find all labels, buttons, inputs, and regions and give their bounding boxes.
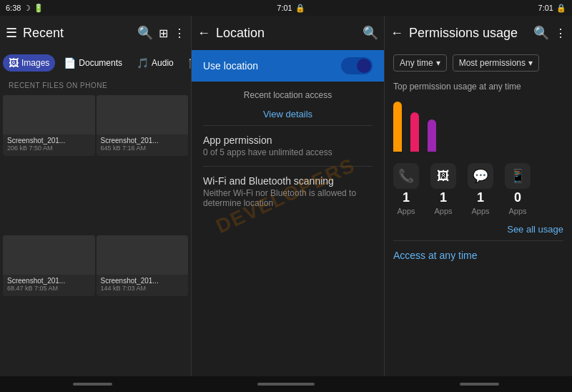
perm-icon-gallery: 🖼 1 Apps — [430, 163, 456, 215]
filter-time-label: Any time — [400, 58, 433, 68]
use-location-label: Use location — [203, 60, 258, 72]
app-permission-title: App permission — [203, 134, 373, 146]
recent-title: Recent — [23, 26, 132, 41]
use-location-row[interactable]: Use location — [192, 50, 384, 82]
fmeta-4: 144 kB 7:03 AM — [101, 285, 184, 292]
recent-toolbar: ☰ Recent 🔍 ⊞ ⋮ — [0, 16, 191, 50]
tab-images[interactable]: 🖼 Images — [3, 54, 55, 72]
file-thumb-2[interactable]: Screenshot_201... 645 kB 7:16 AM — [97, 95, 189, 156]
images-tab-icon: 🖼 — [9, 57, 19, 69]
fname-2: Screenshot_201... — [101, 137, 184, 144]
menu-icon[interactable]: ☰ — [6, 25, 17, 41]
location-toggle[interactable] — [341, 57, 373, 74]
status-right: 7:01 🔒 — [538, 4, 566, 13]
nav-back-button[interactable] — [73, 383, 112, 386]
app-permission-sub: 0 of 5 apps have unlimited access — [203, 147, 373, 157]
wifi-sub: Neither Wi-Fi nor Bluetooth is allowed t… — [203, 188, 373, 208]
lock-right-icon: 🔒 — [556, 4, 566, 13]
time-right: 7:01 — [538, 4, 553, 12]
perm-label-4: Apps — [508, 207, 526, 215]
bar-item-1 — [393, 102, 402, 152]
chart-title: Top permission usage at any time — [393, 82, 563, 92]
wifi-title: Wi-Fi and Bluetooth scanning — [203, 175, 373, 187]
filter-time-dropdown[interactable]: Any time ▾ — [393, 54, 447, 72]
time-center: 7:01 — [277, 4, 292, 12]
recent-more-icon[interactable]: ⋮ — [174, 26, 185, 40]
chevron-down-icon-time: ▾ — [436, 58, 440, 68]
images-tab-label: Images — [21, 58, 49, 68]
bar-orange — [393, 102, 402, 152]
view-details-link[interactable]: View details — [192, 103, 384, 125]
bar-item-2 — [410, 112, 419, 152]
location-search-icon[interactable]: 🔍 — [363, 25, 378, 41]
recent-search-icon[interactable]: 🔍 — [137, 25, 153, 41]
access-anytime-link[interactable]: Access at any time — [385, 241, 572, 270]
bottom-navigation-bar — [0, 376, 572, 392]
fmeta-1: 206 kB 7:50 AM — [7, 144, 91, 152]
section-label: RECENT FILES ON PHONE — [0, 76, 191, 92]
perm-icon-device: 📱 0 Apps — [505, 163, 531, 215]
filter-permissions-label: Most permissions — [459, 58, 526, 68]
battery-icon: 🔋 — [34, 4, 44, 13]
perm-count-4: 0 — [514, 190, 521, 205]
tab-video[interactable]: 🎬 Vid — [182, 54, 191, 72]
thumb-preview-4 — [97, 235, 189, 275]
tab-documents[interactable]: 📄 Documents — [58, 54, 128, 72]
status-bar: 6:38 ☽ 🔋 7:01 🔒 7:01 🔒 — [0, 0, 572, 16]
permissions-more-icon[interactable]: ⋮ — [555, 26, 566, 40]
chart-section: Top permission usage at any time — [385, 76, 572, 160]
perm-label-1: Apps — [397, 207, 415, 215]
permissions-toolbar: ← Permissions usage 🔍 ⋮ — [385, 16, 572, 50]
recent-grid-icon[interactable]: ⊞ — [159, 26, 168, 40]
toggle-thumb — [357, 59, 371, 73]
permissions-back-button[interactable]: ← — [390, 26, 403, 41]
perm-count-1: 1 — [403, 190, 410, 205]
see-all-usage-link[interactable]: See all usage — [385, 218, 572, 240]
file-thumb-3[interactable]: Screenshot_201... 68.47 kB 7:05 AM — [3, 235, 95, 296]
panel-permissions: ← Permissions usage 🔍 ⋮ Any time ▾ Most … — [385, 16, 572, 376]
thumb-preview-1 — [3, 95, 95, 134]
thumb-info-1: Screenshot_201... 206 kB 7:50 AM — [3, 134, 95, 154]
recent-tab-bar: 🖼 Images 📄 Documents 🎵 Audio 🎬 Vid — [0, 50, 191, 76]
location-title: Location — [216, 26, 357, 41]
tab-audio[interactable]: 🎵 Audio — [131, 54, 179, 72]
nav-recents-button[interactable] — [460, 383, 499, 386]
thumb-info-2: Screenshot_201... 645 kB 7:16 AM — [97, 134, 189, 154]
fname-4: Screenshot_201... — [101, 277, 184, 285]
time-left: 6:38 — [6, 4, 21, 12]
perm-icon-phone: 📞 1 Apps — [393, 163, 419, 215]
permissions-title: Permissions usage — [409, 26, 528, 41]
fmeta-2: 645 kB 7:16 AM — [101, 144, 184, 152]
audio-tab-icon: 🎵 — [137, 57, 149, 69]
fmeta-3: 68.47 kB 7:05 AM — [7, 285, 91, 292]
fname-3: Screenshot_201... — [7, 277, 91, 285]
perm-count-2: 1 — [440, 190, 447, 205]
recent-access-label: Recent location access — [192, 82, 384, 103]
wifi-section: Wi-Fi and Bluetooth scanning Neither Wi-… — [192, 167, 384, 217]
gallery-icon-circle: 🖼 — [430, 163, 456, 189]
sms-icon-circle: 💬 — [468, 163, 493, 189]
documents-tab-icon: 📄 — [64, 57, 76, 69]
status-left: 6:38 ☽ 🔋 — [6, 4, 44, 13]
audio-tab-label: Audio — [152, 58, 174, 68]
nav-home-button[interactable] — [257, 383, 315, 386]
perm-label-2: Apps — [434, 207, 452, 215]
perm-icon-sms: 💬 1 Apps — [468, 163, 493, 215]
location-toolbar: ← Location 🔍 — [192, 16, 384, 50]
bar-pink — [410, 112, 419, 152]
phone-icon-circle: 📞 — [393, 163, 419, 189]
panels-container: ☰ Recent 🔍 ⊞ ⋮ 🖼 Images 📄 Documents 🎵 Au… — [0, 16, 572, 376]
bar-chart — [393, 97, 563, 155]
location-back-button[interactable]: ← — [197, 26, 210, 41]
bar-purple — [428, 119, 436, 152]
bar-item-3 — [428, 119, 436, 152]
documents-tab-label: Documents — [79, 58, 122, 68]
file-thumb-4[interactable]: Screenshot_201... 144 kB 7:03 AM — [97, 235, 189, 296]
thumb-preview-3 — [3, 235, 95, 275]
file-grid: Screenshot_201... 206 kB 7:50 AM Screens… — [0, 92, 191, 376]
file-thumb-1[interactable]: Screenshot_201... 206 kB 7:50 AM — [3, 95, 95, 156]
perm-count-3: 1 — [477, 190, 484, 205]
permissions-search-icon[interactable]: 🔍 — [533, 25, 549, 41]
app-permission-section: App permission 0 of 5 apps have unlimite… — [192, 126, 384, 166]
filter-permissions-dropdown[interactable]: Most permissions ▾ — [453, 54, 539, 72]
